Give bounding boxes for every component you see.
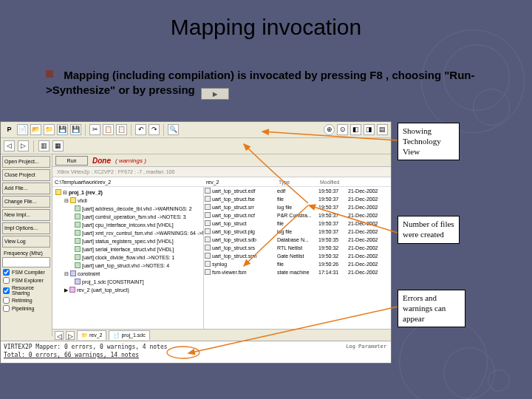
status-console: VIRTEX2P Mapper: 0 errors, 0 warnings, 4… (1, 341, 391, 363)
change-file-button[interactable]: Change File... (2, 196, 50, 208)
view-log-button[interactable]: View Log (2, 236, 50, 248)
bullet-text: Mapping (including compilation) is invoc… (46, 68, 489, 100)
file-row[interactable]: uart_top_struct.edfedif19:50:3721-Dec-20… (204, 187, 391, 195)
save-all-icon[interactable]: 💾 (70, 124, 81, 135)
file-row[interactable]: uart_top_structfile19:50:3721-Dec-2002 (204, 219, 391, 228)
undo-icon[interactable]: ↶ (135, 124, 146, 135)
frequency-input[interactable] (2, 257, 50, 267)
nav-back-icon[interactable]: ◁ (4, 140, 15, 151)
main-toolbar: P 📄 📂 📁 💾 💾 ✂ 📋 📋 ↶ ↷ 🔍 ⊕ ⊙ ◧ ◨ ▤ (1, 122, 391, 138)
t2-icon-2[interactable]: ▦ (52, 140, 64, 151)
left-panel: Open Project... Close Project Add File..… (1, 154, 52, 336)
done-status: Done (92, 157, 111, 165)
view2-icon[interactable]: ◨ (364, 124, 375, 135)
save-icon[interactable]: 💾 (57, 124, 68, 135)
log-parameter-label: Log Parameter (346, 343, 386, 351)
open-proj-icon[interactable]: 📁 (44, 124, 55, 135)
slide-title: Mapping invocation (0, 15, 532, 40)
run-toolbar-button-icon: ▶ (201, 88, 229, 100)
impl-options-button[interactable]: Impl Options... (2, 222, 50, 234)
file-row[interactable]: uart_top_struct.srmGate Netlist19:50:322… (204, 252, 391, 260)
file-row[interactable]: uart_top_struct.srsRTL Netlist19:50:3221… (204, 244, 391, 252)
col-modified: Modified (320, 177, 339, 186)
ide-window: P 📄 📂 📁 💾 💾 ✂ 📋 📋 ↶ ↷ 🔍 ⊕ ⊙ ◧ ◨ ▤ ◁ ▷ ▥ … (0, 121, 392, 364)
file-row[interactable]: uart_top_struct.srrlog file19:50:3721-De… (204, 203, 391, 211)
pipelining-check[interactable]: Pipelining (2, 305, 50, 312)
status-line-1: VIRTEX2P Mapper: 0 errors, 0 warnings, 4… (4, 343, 388, 351)
path-text: C:\Temp\uart\work\rev_2 (55, 177, 206, 186)
done-warnings: ( warnings ) (115, 157, 146, 164)
tab-sdc[interactable]: 📄 proj_1.sdc (109, 330, 149, 340)
annotation-files-created: Number of files were created (398, 216, 460, 244)
fsm-explorer-check[interactable]: FSM Explorer (2, 277, 50, 284)
file-row[interactable]: uart_top_struct.plglog file19:50:3721-De… (204, 228, 391, 236)
fsm-compiler-check[interactable]: FSM Compiler (2, 269, 50, 276)
annotation-errors-warnings: Errors and warnings can appear (398, 290, 466, 327)
col-type: Type (279, 177, 320, 186)
redo-icon[interactable]: ↷ (149, 124, 160, 135)
tab-nav-right-icon[interactable]: ▷ (66, 331, 75, 340)
open-project-button[interactable]: Open Project... (2, 156, 50, 168)
view1-icon[interactable]: ◧ (350, 124, 361, 135)
file-row[interactable]: fsm-viewer.fsmstate machine17:14:3121-De… (204, 268, 391, 276)
paste-icon[interactable]: 📋 (116, 124, 127, 135)
copy-icon[interactable]: 📋 (103, 124, 114, 135)
new-impl-button[interactable]: New Impl... (2, 209, 50, 221)
close-project-button[interactable]: Close Project (2, 169, 50, 181)
cut-icon[interactable]: ✂ (89, 124, 100, 135)
annotation-tech-view: Showing Technology View (398, 123, 460, 160)
tab-nav-left-icon[interactable]: ◁ (55, 331, 64, 340)
folder-name: rev_2 (206, 177, 279, 186)
file-list[interactable]: uart_top_struct.edfedif19:50:3721-Dec-20… (204, 187, 391, 336)
new-file-icon[interactable]: 📄 (17, 124, 28, 135)
device-info: Xilinx Virtex2p : XC2VP2 : FF672 : -7 , … (52, 167, 391, 177)
resource-sharing-check[interactable]: Resource Sharing (2, 285, 50, 296)
nav-fwd-icon[interactable]: ▷ (18, 140, 29, 151)
bullet-icon (46, 70, 53, 78)
project-tree[interactable]: ⊟ proj_1 (rev_2) ⊟ vhdl [uart] address_d… (52, 187, 204, 336)
file-row[interactable]: uart_top_struct.sdbDatabase N...19:50:35… (204, 236, 391, 244)
bottom-tabs: ◁ ▷ 📁 rev_2 📄 proj_1.sdc (52, 329, 391, 341)
center-panel: Run Done ( warnings ) Xilinx Virtex2p : … (52, 154, 391, 336)
frequency-label: Frequency (Mhz) (2, 249, 50, 256)
tech-view-icon[interactable]: ⊙ (337, 124, 348, 135)
file-row[interactable]: synlogfile19:50:2621-Dec-2002 (204, 260, 391, 268)
run-button[interactable]: Run (55, 156, 88, 166)
find-icon[interactable]: 🔍 (168, 124, 179, 135)
file-row[interactable]: uart_top_struct.ncfP&R Constra...19:50:3… (204, 211, 391, 219)
view3-icon[interactable]: ▤ (377, 124, 388, 135)
tab-rev2[interactable]: 📁 rev_2 (77, 330, 106, 340)
zoom-in-icon[interactable]: ⊕ (324, 124, 335, 135)
run-bar: Run Done ( warnings ) (52, 154, 391, 167)
bullet-content: Mapping (including compilation) is invoc… (46, 69, 474, 96)
t2-icon-1[interactable]: ▥ (38, 140, 50, 151)
secondary-toolbar: ◁ ▷ ▥ ▦ (1, 138, 391, 154)
status-line-2: Total: 0 errors, 66 warnings, 14 notes (4, 351, 388, 359)
open-icon[interactable]: 📂 (30, 124, 41, 135)
retiming-check[interactable]: Retiming (2, 297, 50, 304)
tb-p-icon[interactable]: P (4, 124, 15, 135)
file-row[interactable]: uart_top_struct.fsefile19:50:3721-Dec-20… (204, 195, 391, 203)
add-file-button[interactable]: Add File... (2, 183, 50, 194)
